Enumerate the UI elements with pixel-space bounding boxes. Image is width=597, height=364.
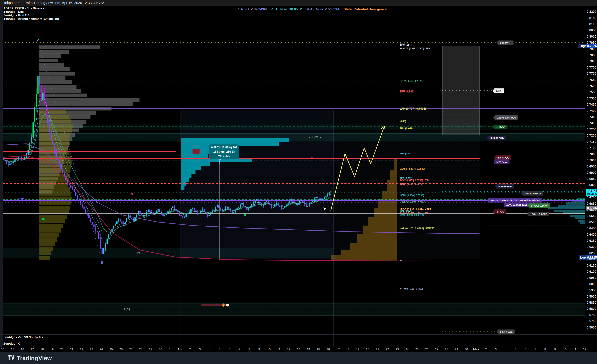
time-axis-tick[interactable]: 15 (11, 348, 14, 351)
time-axis-tick[interactable]: 18 (346, 348, 350, 351)
time-axis-tick[interactable]: 29 (149, 348, 152, 351)
price-axis-tick[interactable]: 0.7500 (587, 97, 596, 100)
time-axis-tick[interactable]: 20 (366, 348, 369, 351)
price-level-tag[interactable]: 0.8 nVAH (498, 41, 513, 45)
time-axis-tick[interactable]: 23 (396, 348, 399, 351)
price-axis-tick[interactable]: 0.7300 (587, 121, 596, 125)
time-axis-tick[interactable]: 10 (563, 348, 566, 351)
price-axis-tick[interactable]: 0.5900 (587, 295, 596, 298)
time-axis-tick[interactable]: 30 (464, 348, 468, 351)
price-axis-tick[interactable]: 0.6050 (587, 276, 596, 280)
time-axis-tick[interactable]: 28 (139, 348, 142, 351)
price-axis-tick[interactable]: 0.6000 (587, 282, 596, 286)
price-axis-tick[interactable]: 0.7400 (587, 109, 596, 113)
time-axis-tick[interactable]: 3 (199, 348, 201, 351)
price-axis-tick[interactable]: 0.7750 (587, 66, 596, 69)
price-axis-tick[interactable]: 0.6750 (587, 189, 596, 193)
time-axis-tick[interactable]: 11 (277, 348, 280, 351)
price-axis-tick[interactable]: 0.7200 (587, 134, 596, 137)
time-axis-tick[interactable]: 4 (209, 348, 211, 351)
time-axis-tick[interactable]: 24 (405, 348, 409, 351)
price-level-tag[interactable]: Ditch (494, 89, 504, 93)
time-axis-tick[interactable]: 26 (119, 348, 123, 351)
time-axis-tick[interactable]: 29 (455, 348, 458, 351)
price-axis-tick[interactable]: 0.7150 (587, 140, 596, 144)
chart-canvas[interactable]: ♥♥➤ (0, 0, 597, 364)
price-axis-tick[interactable]: 0.6900 (587, 171, 596, 174)
pane-separator[interactable] (0, 340, 597, 340)
time-axis-tick[interactable]: 24 (100, 348, 103, 351)
price-axis-tick[interactable]: 0.6150 (587, 264, 596, 267)
time-axis-tick[interactable]: 14 (1, 348, 4, 351)
price-level-tag[interactable]: +dPOC (494, 125, 507, 129)
price-axis-tick[interactable]: 0.7450 (587, 103, 596, 106)
time-axis-tick[interactable]: 18 (40, 348, 44, 351)
price-axis-tick[interactable]: 0.6300 (587, 245, 596, 249)
tradingview-brand[interactable]: TradingView (8, 355, 52, 362)
indicator-legend-doji[interactable]: ZenAlgo - Doji (3, 10, 59, 14)
price-level-tag[interactable]: VWAP: 0.6682 Dist: -0.75% Price: Above (488, 198, 542, 203)
price-axis-tick[interactable]: 0.6800 (587, 183, 596, 187)
time-axis-tick[interactable]: 6 (229, 348, 230, 351)
indicator-legend-avenger[interactable]: ZenAlgo - Avenger Monthly (Extension) (3, 17, 59, 21)
price-axis-tick[interactable]: 0.7850 (587, 53, 596, 57)
time-axis-tick[interactable]: 4 (505, 348, 507, 351)
price-axis-tick[interactable]: 0.7350 (587, 115, 596, 119)
time-axis-tick[interactable]: 5 (515, 348, 516, 351)
time-axis-tick[interactable]: 13 (297, 348, 300, 351)
price-axis-tick[interactable]: 0.5950 (587, 288, 596, 292)
price-axis-tick[interactable]: 0.7600 (587, 84, 596, 88)
time-axis-tick[interactable]: 9 (258, 348, 260, 351)
time-axis-tick[interactable]: 19 (50, 348, 54, 351)
price-level-tag[interactable]: dVAL: 0.6587 (529, 212, 549, 216)
price-axis-tick[interactable]: 0.7550 (587, 90, 596, 94)
time-axis-tick[interactable]: 17 (31, 348, 34, 351)
symbol-title[interactable]: ASTERUSDT.P · 4h · Binance (3, 7, 59, 10)
price-axis-tick[interactable]: 0.6850 (587, 177, 596, 181)
time-axis-tick[interactable]: 16 (21, 348, 24, 351)
time-axis-tick[interactable]: 20 (60, 348, 63, 351)
price-level-tag[interactable]: 100% 0.74 VAH (495, 115, 518, 120)
pane-title-zen-v3[interactable]: ZenAlgo - Zen V3 No Cycles (3, 335, 43, 339)
time-axis-tick[interactable]: 22 (386, 348, 389, 351)
price-axis-tick[interactable]: 0.7650 (587, 78, 596, 82)
price-axis-tick[interactable]: 0.8200 (587, 10, 596, 14)
time-axis-tick[interactable]: 21 (376, 348, 379, 351)
time-axis-tick[interactable]: 7 (534, 348, 536, 351)
time-axis-tick[interactable]: 23 (90, 348, 93, 351)
time-axis-tick[interactable]: 26 (425, 348, 428, 351)
price-axis-tick[interactable]: 0.6700 (587, 196, 596, 199)
time-axis-tick[interactable]: 25 (109, 348, 113, 351)
price-axis-separator[interactable] (585, 6, 585, 352)
time-axis-tick[interactable]: 10 (267, 348, 271, 351)
time-axis-tick[interactable]: 11 (573, 348, 576, 351)
price-axis-tick[interactable]: 0.7700 (587, 72, 596, 76)
time-axis-tick[interactable]: 27 (435, 348, 438, 351)
price-axis-tick[interactable]: 0.7100 (587, 146, 596, 150)
price-axis-tick[interactable]: 0.5800 (587, 307, 596, 311)
price-axis-tick[interactable]: 0.5650 (587, 326, 596, 329)
price-level-tag[interactable]: -dPOC (494, 209, 506, 214)
price-axis-tick[interactable]: 0.6400 (587, 233, 596, 236)
pane-title-q[interactable]: ZenAlgo - Q (3, 342, 20, 345)
time-axis-tick[interactable]: 3 (495, 348, 496, 351)
price-axis-tick[interactable]: 0.8100 (587, 22, 596, 26)
pane-separator[interactable] (0, 334, 597, 335)
time-axis-tick[interactable]: 30 (159, 348, 162, 351)
time-axis-tick[interactable]: 14 (307, 348, 310, 351)
price-axis-tick[interactable]: 0.5750 (587, 313, 596, 317)
time-axis-tick[interactable]: 22 (80, 348, 83, 351)
time-axis-tick[interactable]: 16 (326, 348, 330, 351)
time-axis-tick[interactable]: 25 (415, 348, 419, 351)
price-axis-tick[interactable]: 0.6250 (587, 251, 596, 255)
price-axis-tick[interactable]: 0.5850 (587, 301, 596, 304)
price-axis-tick[interactable]: 0.5700 (587, 319, 596, 323)
price-axis-tick[interactable]: 0.6550 (587, 214, 596, 218)
price-level-tag[interactable]: 0.75 0.7187 (488, 136, 506, 140)
price-axis-tick[interactable]: 0.8150 (587, 16, 596, 20)
price-axis-tick[interactable]: 0.7050 (587, 152, 596, 156)
price-axis-tick[interactable]: 0.6100 (587, 270, 596, 274)
price-level-tag[interactable]: dPOC: 0.6646 (529, 204, 550, 208)
time-axis-tick[interactable]: May (473, 348, 479, 351)
time-axis-tick[interactable]: 21 (70, 348, 73, 351)
